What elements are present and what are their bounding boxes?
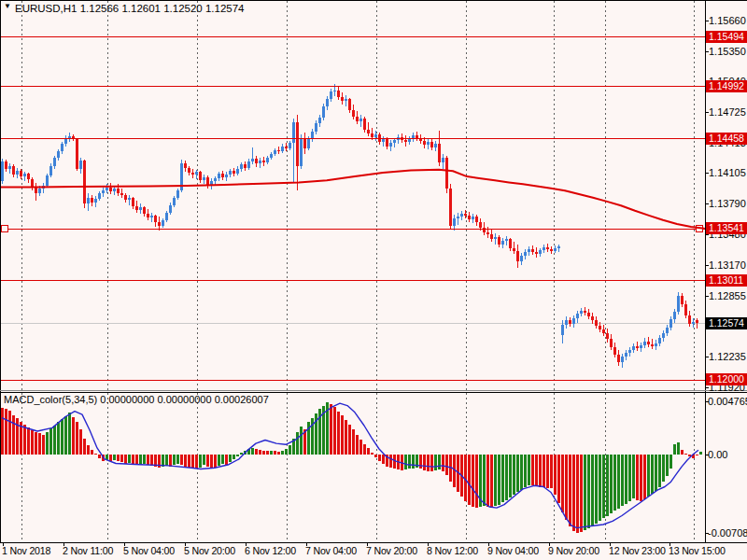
price-level-chip: 1.14458 xyxy=(706,133,747,145)
time-label: 9 Nov 04:00 xyxy=(487,545,539,556)
price-level-chip: 1.14992 xyxy=(706,80,747,92)
time-label: 5 Nov 04:00 xyxy=(123,545,175,556)
price-tick-label: 1.13170 xyxy=(709,259,746,271)
macd-axis[interactable]: 0.00476500.00-0.0070800 xyxy=(706,390,747,542)
macd-tick-label: -0.0070800 xyxy=(708,527,747,539)
price-tick-label: 1.13790 xyxy=(709,198,746,209)
ma-line xyxy=(0,170,704,229)
time-label: 12 Nov 23:00 xyxy=(609,545,666,556)
macd-histogram xyxy=(1,402,702,533)
chart-window: ▼ EURUSD,H1 1.12566 1.12601 1.12520 1.12… xyxy=(0,0,747,560)
time-label: 5 Nov 20:00 xyxy=(184,545,235,556)
price-level-chip: 1.12000 xyxy=(706,373,747,385)
time-label: 1 Nov 2018 xyxy=(2,545,50,556)
price-tick-label: 1.15350 xyxy=(709,46,746,57)
symbol-dropdown-icon: ▼ xyxy=(4,2,11,10)
price-level-chip: 1.13011 xyxy=(706,274,747,287)
macd-tick-label: 0.0047650 xyxy=(708,396,747,407)
time-axis[interactable]: 1 Nov 20182 Nov 11:005 Nov 04:005 Nov 20… xyxy=(0,543,747,560)
chart-canvas[interactable] xyxy=(0,0,747,560)
time-label: 2 Nov 11:00 xyxy=(63,545,113,556)
time-label: 7 Nov 20:00 xyxy=(366,545,417,556)
macd-tick-label: 0.00 xyxy=(708,449,727,460)
candles-layer xyxy=(1,84,698,368)
ohlc-readout: EURUSD,H1 1.12566 1.12601 1.12520 1.1257… xyxy=(15,3,245,14)
macd-indicator-label: MACD_color(5,34,5) 0.00000000 0.00000000… xyxy=(4,394,269,405)
time-label: 8 Nov 12:00 xyxy=(427,545,478,556)
time-label: 13 Nov 15:00 xyxy=(669,545,726,556)
price-tick-label: 1.14725 xyxy=(709,106,746,118)
price-level-chip: 1.15494 xyxy=(706,31,747,43)
price-level-chip: 1.13541 xyxy=(706,222,747,234)
price-tick-label: 1.12235 xyxy=(709,351,746,362)
price-tick-label: 1.12855 xyxy=(709,290,746,301)
hline-handle xyxy=(1,226,7,232)
macd-signal-line xyxy=(2,403,698,527)
current-price-chip: 1.12574 xyxy=(706,317,747,329)
time-label: 6 Nov 12:00 xyxy=(245,545,296,556)
time-label: 7 Nov 04:00 xyxy=(305,545,357,556)
price-tick-label: 1.14105 xyxy=(709,167,746,178)
time-label: 9 Nov 20:00 xyxy=(548,545,599,556)
price-tick-label: 1.15660 xyxy=(709,15,746,26)
